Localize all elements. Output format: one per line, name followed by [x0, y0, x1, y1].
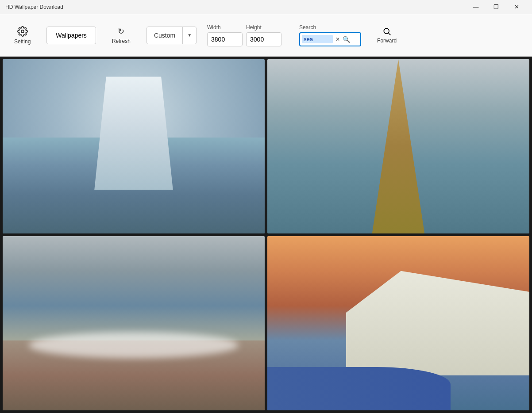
gear-icon [17, 26, 28, 37]
clear-search-button[interactable]: ✕ [335, 36, 341, 42]
refresh-icon: ↻ [118, 27, 124, 36]
wallpaper-image-4[interactable] [267, 236, 529, 410]
search-icon-button[interactable]: 🔍 [343, 36, 350, 43]
setting-label: Setting [14, 38, 31, 45]
height-input[interactable] [246, 32, 281, 46]
title-bar: HD Wallpaper Download — ❐ ✕ [0, 0, 532, 14]
toolbar: Setting Wallpapers ↻ Refresh Custom ▼ Wi… [0, 14, 532, 57]
window-controls: — ❐ ✕ [466, 0, 527, 14]
search-label: Search [299, 24, 361, 31]
svg-point-1 [384, 28, 389, 34]
search-group: Search ✕ 🔍 [299, 24, 361, 46]
wallpaper-image-1[interactable] [3, 59, 265, 233]
custom-label: Custom [147, 32, 182, 39]
maximize-button[interactable]: ❐ [486, 0, 506, 14]
forward-label: Forward [377, 38, 397, 44]
refresh-button[interactable]: ↻ Refresh [107, 23, 136, 48]
svg-line-2 [389, 33, 391, 35]
image-grid [0, 57, 532, 413]
width-input[interactable] [207, 32, 243, 46]
chevron-down-icon: ▼ [182, 27, 196, 44]
wallpaper-image-2[interactable] [267, 59, 529, 233]
wallpapers-button[interactable]: Wallpapers [46, 27, 96, 44]
svg-point-0 [21, 30, 24, 33]
height-label: Height [246, 24, 281, 31]
custom-dropdown[interactable]: Custom ▼ [146, 27, 197, 44]
search-input-wrapper: ✕ 🔍 [299, 32, 361, 46]
width-field: Width [207, 24, 243, 46]
window-title: HD Wallpaper Download [5, 4, 63, 10]
refresh-label: Refresh [112, 38, 131, 44]
search-input[interactable] [302, 35, 333, 43]
setting-button[interactable]: Setting [9, 23, 36, 48]
width-label: Width [207, 24, 243, 31]
wallpaper-image-3[interactable] [3, 236, 265, 410]
minimize-button[interactable]: — [466, 0, 486, 14]
forward-icon [382, 27, 391, 36]
height-field: Height [246, 24, 281, 46]
forward-button[interactable]: Forward [372, 23, 402, 47]
dimension-group: Width Height [207, 24, 281, 46]
close-button[interactable]: ✕ [506, 0, 527, 14]
